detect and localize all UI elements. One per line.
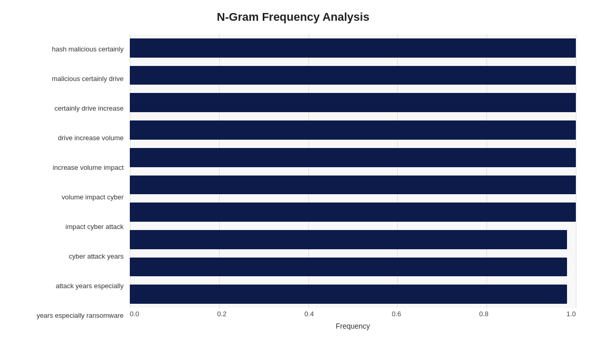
- x-labels: 0.00.20.40.60.81.0: [130, 308, 576, 318]
- x-tick-label: 0.4: [304, 310, 314, 318]
- bar: [130, 230, 567, 249]
- bar-row: [130, 62, 576, 89]
- bars-wrapper: [130, 34, 576, 308]
- x-tick-label: 0.0: [130, 310, 139, 318]
- y-axis-label: impact cyber attack: [65, 212, 124, 241]
- y-axis-label: volume impact cyber: [62, 182, 124, 212]
- bar-row: [130, 89, 576, 116]
- bar-row: [130, 171, 576, 199]
- x-tick-label: 0.6: [392, 310, 401, 318]
- y-axis-label: certainly drive increase: [55, 93, 124, 123]
- y-axis-labels: hash malicious certainlymalicious certai…: [10, 34, 130, 330]
- bar: [130, 203, 576, 222]
- y-axis-label: hash malicious certainly: [52, 34, 124, 64]
- bar: [130, 176, 576, 195]
- x-tick-label: 0.8: [479, 310, 489, 318]
- y-axis-label: attack years especially: [56, 271, 124, 301]
- y-axis-label: increase volume impact: [52, 153, 124, 182]
- bar: [130, 93, 576, 112]
- x-tick-label: 1.0: [566, 310, 576, 318]
- chart-area: hash malicious certainlymalicious certai…: [10, 34, 576, 330]
- y-axis-label: years especially ransomware: [36, 301, 124, 330]
- bar-row: [130, 34, 576, 62]
- y-axis-label: malicious certainly drive: [52, 64, 124, 93]
- chart-title: N-Gram Frequency Analysis: [217, 10, 370, 24]
- grid-area: [130, 34, 576, 308]
- y-axis-label: drive increase volume: [58, 123, 124, 153]
- x-tick-label: 0.2: [217, 310, 226, 318]
- bar: [130, 66, 576, 85]
- bars-and-grid: 0.00.20.40.60.81.0 Frequency: [130, 34, 576, 330]
- bar-row: [130, 198, 576, 226]
- bar: [130, 258, 567, 277]
- bar: [130, 285, 567, 304]
- bar: [130, 38, 576, 58]
- bar: [130, 148, 576, 167]
- grid-line: [576, 34, 576, 308]
- bar-row: [130, 280, 576, 308]
- bar: [130, 120, 576, 140]
- y-axis-label: cyber attack years: [69, 241, 124, 271]
- bar-row: [130, 144, 576, 171]
- bar-row: [130, 116, 576, 144]
- bar-row: [130, 226, 576, 253]
- bar-row: [130, 253, 576, 281]
- x-axis-label: Frequency: [335, 322, 370, 330]
- chart-container: N-Gram Frequency Analysis hash malicious…: [0, 0, 607, 364]
- x-axis-container: 0.00.20.40.60.81.0 Frequency: [130, 308, 576, 330]
